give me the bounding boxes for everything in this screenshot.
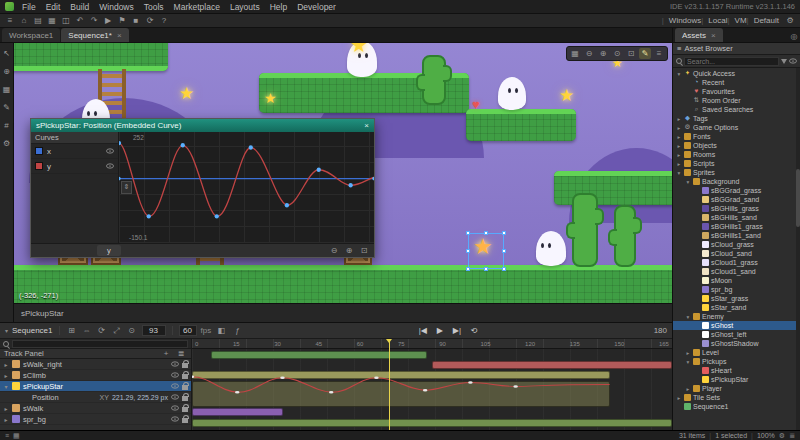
expand-arrow-icon[interactable]: ▸	[3, 372, 9, 379]
selection-handle[interactable]	[466, 267, 470, 271]
runtime-target-item[interactable]: Windows	[662, 16, 702, 25]
lock-icon[interactable]	[182, 396, 188, 401]
menu-item[interactable]: Help	[269, 2, 288, 12]
menu-item[interactable]: Build	[69, 2, 90, 12]
runtime-target-item[interactable]: Local	[701, 16, 727, 25]
tool-strip-icon[interactable]: ⚙	[1, 138, 13, 149]
asset-tree-item[interactable]: ♥ Favourites	[673, 87, 800, 96]
toolbar-icon[interactable]: ▶	[102, 15, 114, 26]
track-row[interactable]: ▸ sWalk_right	[0, 359, 191, 370]
track-row[interactable]: ▸ sWalk	[0, 403, 191, 414]
asset-tree-item[interactable]: sBGHills_sand	[673, 213, 800, 222]
chevron-down-icon[interactable]: ▾	[5, 327, 8, 334]
function-curve-icon[interactable]: ƒ	[231, 325, 243, 336]
graph-zoom-icon[interactable]: ⊕	[343, 245, 355, 256]
fps-input[interactable]	[179, 325, 197, 336]
asset-tree-item[interactable]: ▸ Player	[673, 384, 800, 393]
visibility-eye-icon[interactable]	[789, 59, 797, 64]
selection-handle[interactable]	[502, 267, 506, 271]
track-row[interactable]: ▾ sPickupStar	[0, 381, 191, 392]
asset-tree-item[interactable]: sCloud_grass	[673, 240, 800, 249]
track-row[interactable]: ▸ sClimb	[0, 370, 191, 381]
tool-strip-icon[interactable]: ↖	[1, 48, 13, 59]
close-tab-icon[interactable]: ×	[117, 31, 122, 40]
asset-tree-item[interactable]: ⇅ Room Order	[673, 96, 800, 105]
asset-tree-item[interactable]: sBGGrad_sand	[673, 195, 800, 204]
asset-tree-item[interactable]: spr_bg	[673, 285, 800, 294]
asset-tree-item[interactable]: sGhost	[673, 321, 800, 330]
asset-tree-item[interactable]: sGhost_left	[673, 330, 800, 339]
expand-arrow-icon[interactable]: ▾	[685, 314, 691, 320]
asset-tree-item[interactable]: Sequence1	[673, 402, 800, 411]
toolbar-icon[interactable]: ≡	[4, 15, 16, 26]
timeline-clip[interactable]	[192, 419, 672, 427]
app-logo-icon[interactable]	[5, 2, 14, 11]
canvas-toolbar-icon[interactable]: ▦	[569, 48, 581, 59]
star-sprite[interactable]: ★	[264, 91, 277, 105]
expand-arrow-icon[interactable]: ▸	[676, 134, 682, 140]
expand-arrow-icon[interactable]: ▾	[3, 383, 9, 390]
expand-arrow-icon[interactable]: ▸	[676, 125, 682, 131]
visibility-eye-icon[interactable]	[106, 164, 114, 169]
runtime-target-item[interactable]: VM	[727, 16, 746, 25]
selection-handle[interactable]	[502, 231, 506, 235]
menu-item[interactable]: Windows	[98, 2, 134, 12]
expand-arrow-icon[interactable]: ▾	[676, 170, 682, 176]
timeline-tool-icon[interactable]: ⟳	[96, 325, 108, 336]
close-window-icon[interactable]: ×	[364, 121, 369, 130]
asset-tree-item[interactable]: sStar_sand	[673, 303, 800, 312]
curve-graph[interactable]: 252 -150.1 ⇕	[119, 132, 374, 243]
cactus-sprite[interactable]	[422, 55, 446, 105]
lock-icon[interactable]	[182, 363, 188, 368]
toolbar-icon[interactable]: ↶	[74, 15, 86, 26]
asset-tree-item[interactable]: ▸ Level	[673, 348, 800, 357]
asset-tree-item[interactable]: ▾ Background	[673, 177, 800, 186]
expand-arrow-icon[interactable]: ▸	[676, 152, 682, 158]
playback-control-icon[interactable]: ▶	[434, 325, 446, 336]
lock-icon[interactable]	[182, 374, 188, 379]
tool-strip-icon[interactable]: ▦	[1, 84, 13, 95]
timeline-clip[interactable]	[192, 408, 283, 416]
asset-tree-item[interactable]: ▸ ◆ Tags	[673, 114, 800, 123]
canvas-toolbar-icon[interactable]: ⊖	[583, 48, 595, 59]
output-icon[interactable]: ≡	[5, 432, 9, 439]
current-frame-input[interactable]	[142, 325, 166, 336]
ground-platform[interactable]	[14, 265, 672, 303]
tool-strip-icon[interactable]: #	[1, 120, 13, 131]
runtime-target-item[interactable]: Default	[747, 16, 779, 25]
asset-tree-item[interactable]: sCloud1_sand	[673, 267, 800, 276]
canvas-toolbar-icon[interactable]: ≡	[653, 48, 665, 59]
asset-tree-item[interactable]: sCloud1_grass	[673, 258, 800, 267]
asset-tree-item[interactable]: sStar_grass	[673, 294, 800, 303]
timeline-clip[interactable]	[432, 361, 672, 369]
expand-arrow-icon[interactable]: ▸	[676, 161, 682, 167]
asset-tree-item[interactable]: ▾ Enemy	[673, 312, 800, 321]
list-view-icon[interactable]: ≣	[789, 432, 795, 440]
asset-tree-item[interactable]: ▾ Sprites	[673, 168, 800, 177]
curve-editor-titlebar[interactable]: sPickupStar: Position (Embedded Curve) ×	[31, 119, 374, 132]
track-list-menu-icon[interactable]: ≣	[175, 348, 187, 359]
visibility-eye-icon[interactable]	[171, 417, 179, 422]
ghost-sprite[interactable]	[536, 231, 566, 266]
menu-item[interactable]: Layouts	[229, 2, 261, 12]
close-tab-icon[interactable]: ×	[711, 31, 716, 40]
visibility-eye-icon[interactable]	[171, 384, 179, 389]
tool-strip-icon[interactable]: ⊕	[1, 66, 13, 77]
asset-tree-item[interactable]: sGhostShadow	[673, 339, 800, 348]
asset-tree-item[interactable]: ▸ Scripts	[673, 159, 800, 168]
asset-tree-item[interactable]: ▸ Tile Sets	[673, 393, 800, 402]
playback-control-icon[interactable]: ⟲	[468, 325, 480, 336]
expand-arrow-icon[interactable]: ▾	[676, 71, 682, 77]
cactus-sprite[interactable]	[614, 205, 636, 267]
sequence-name-label[interactable]: Sequence1	[12, 326, 52, 335]
menu-item[interactable]: Edit	[45, 2, 62, 12]
scrollbar[interactable]	[796, 68, 800, 430]
canvas-toolbar-icon[interactable]: ⊙	[611, 48, 623, 59]
canvas-toolbar-icon[interactable]: ⊡	[625, 48, 637, 59]
toolbar-icon[interactable]: ?	[158, 15, 170, 26]
star-sprite[interactable]: ★	[559, 87, 574, 104]
platform-right-island[interactable]	[466, 109, 576, 141]
asset-tree-item[interactable]: sPickupStar	[673, 375, 800, 384]
asset-tree-item[interactable]: sMoon	[673, 276, 800, 285]
visibility-eye-icon[interactable]	[106, 149, 114, 154]
